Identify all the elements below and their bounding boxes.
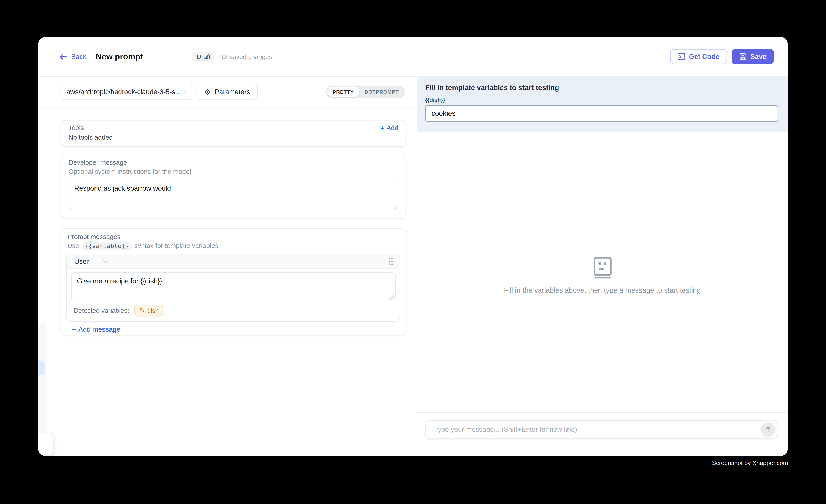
role-select-value[interactable]: User xyxy=(74,257,89,265)
sidebar-active-item[interactable] xyxy=(39,361,45,375)
get-code-label: Get Code xyxy=(689,53,719,61)
developer-message-title: Developer message xyxy=(68,159,398,166)
chat-empty-state: Fill in the variables above, then type a… xyxy=(417,132,787,412)
add-tool-label: Add xyxy=(387,124,398,132)
prompt-messages-card: Prompt messages Use {{variable}} syntax … xyxy=(61,228,406,335)
chevron-down-icon xyxy=(181,90,186,94)
variable-name-label: {{dish}} xyxy=(425,97,778,103)
chat-input-container xyxy=(425,420,778,439)
back-button[interactable]: Back xyxy=(60,53,86,61)
tools-card: Tools + Add No tools added xyxy=(61,120,406,147)
resize-handle-icon[interactable] xyxy=(392,205,397,209)
testing-column: Fill in template variables to start test… xyxy=(417,77,787,456)
subtitle-prefix: Use xyxy=(67,242,79,250)
resize-handle-icon[interactable] xyxy=(389,295,394,300)
arrow-up-icon xyxy=(765,426,771,433)
message-body: Give me a recipe for {{dish}} Detected v… xyxy=(67,268,400,321)
plus-icon: + xyxy=(72,325,76,333)
tools-title: Tools xyxy=(68,124,84,132)
add-message-label: Add message xyxy=(78,325,120,333)
add-message-button[interactable]: + Add message xyxy=(72,325,120,333)
detected-variables-row: Detected variables: ✎ dish xyxy=(71,301,396,321)
view-mode-toggle: PRETTY DOTPROMPT xyxy=(326,86,405,98)
model-select-value: aws/anthropic/bedrock-claude-3-5-s... xyxy=(66,88,181,96)
save-button[interactable]: Save xyxy=(731,49,774,64)
header: Back New prompt Draft Unsaved changes Ge… xyxy=(39,37,787,77)
developer-message-textarea[interactable]: Respond as jack sparrow would xyxy=(68,180,398,211)
subtitle-suffix: syntax for template variables xyxy=(134,242,218,250)
send-button[interactable] xyxy=(761,422,775,437)
toggle-dotprompt[interactable]: DOTPROMPT xyxy=(359,87,404,97)
parameters-label: Parameters xyxy=(215,88,250,96)
get-code-button[interactable]: Get Code xyxy=(670,49,727,64)
empty-state-text: Fill in the variables above, then type a… xyxy=(504,287,701,295)
add-tool-button[interactable]: + Add xyxy=(380,124,398,132)
prompt-editor-window: Back New prompt Draft Unsaved changes Ge… xyxy=(39,37,787,456)
save-label: Save xyxy=(751,53,766,61)
message-role-header: User xyxy=(67,254,400,268)
drag-handle-icon[interactable] xyxy=(388,257,394,265)
model-toolbar: aws/anthropic/bedrock-claude-3-5-s... ⚙ … xyxy=(39,77,417,108)
editor-column: aws/anthropic/bedrock-claude-3-5-s... ⚙ … xyxy=(39,77,417,456)
status-badge: Draft xyxy=(192,51,215,62)
page-title: New prompt xyxy=(96,52,143,61)
prompt-messages-title: Prompt messages xyxy=(67,233,400,241)
screenshot-viewport: Back New prompt Draft Unsaved changes Ge… xyxy=(0,0,826,504)
developer-message-subtitle: Optional system instructions for the mod… xyxy=(68,168,398,175)
tools-empty-text: No tools added xyxy=(68,134,398,141)
variables-panel-title: Fill in template variables to start test… xyxy=(425,84,778,91)
model-select[interactable]: aws/anthropic/bedrock-claude-3-5-s... xyxy=(61,84,192,100)
watermark-text: Screenshot by Xnapper.com xyxy=(712,460,788,466)
chat-message-input[interactable] xyxy=(434,425,761,433)
template-variables-panel: Fill in template variables to start test… xyxy=(417,77,787,132)
pencil-icon: ✎ xyxy=(140,307,144,314)
detected-variables-label: Detected variables: xyxy=(74,307,129,314)
toggle-pretty[interactable]: PRETTY xyxy=(327,87,359,97)
back-label: Back xyxy=(71,53,86,61)
variable-badge-label: dish xyxy=(147,307,159,314)
unsaved-changes-text: Unsaved changes xyxy=(222,53,272,60)
prompt-messages-subtitle: Use {{variable}} syntax for template var… xyxy=(67,242,400,250)
variable-syntax-chip: {{variable}} xyxy=(82,242,132,250)
chevron-down-icon[interactable] xyxy=(103,259,108,263)
chat-input-row xyxy=(417,412,787,456)
sidebar-popover xyxy=(39,433,53,456)
message-block: User Give me a recipe for {{dish}} xyxy=(66,254,400,322)
developer-message-card: Developer message Optional system instru… xyxy=(61,154,406,218)
main-content: aws/anthropic/bedrock-claude-3-5-s... ⚙ … xyxy=(39,77,787,456)
plus-icon: + xyxy=(380,124,385,132)
back-arrow-icon xyxy=(60,53,67,60)
variable-badge-dish[interactable]: ✎ dish xyxy=(134,305,164,317)
bot-face-icon xyxy=(593,257,611,278)
message-content-textarea[interactable]: Give me a recipe for {{dish}} xyxy=(71,272,396,301)
terminal-icon xyxy=(677,53,685,61)
variable-value-input[interactable] xyxy=(425,105,778,122)
save-icon xyxy=(739,53,747,61)
parameters-button[interactable]: ⚙ Parameters xyxy=(196,84,257,100)
gear-icon: ⚙ xyxy=(204,88,211,96)
